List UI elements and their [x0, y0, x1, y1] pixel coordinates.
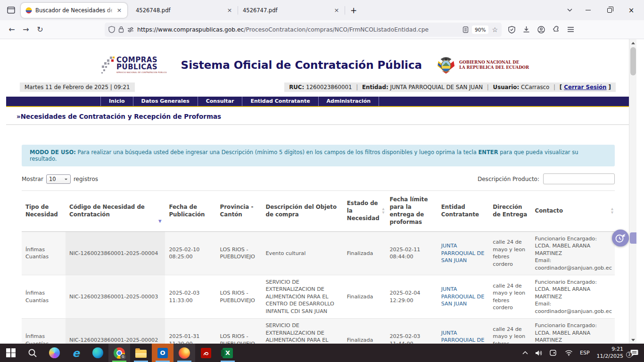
back-button[interactable]: ←	[5, 23, 19, 36]
usage-bold: MODO DE USO:	[30, 149, 76, 156]
system-tray: ESP 9:21 11/2/2025 3	[522, 344, 644, 362]
url-bar[interactable]: https://www.compraspublicas.gob.ec/Proce…	[105, 23, 502, 37]
tab-buscador[interactable]: Buscador de Necesidades de Co ×	[21, 3, 127, 18]
cell-fecha-publicacion: 2025-02-03 11:33:00	[165, 275, 216, 318]
reload-button[interactable]: ↻	[33, 23, 47, 36]
camera-icon	[550, 350, 558, 356]
cell-entidad: JUNTA PARROQUIAL DE SAN JUAN	[438, 231, 489, 275]
file-explorer-button[interactable]	[130, 344, 152, 362]
government-logo: GOBIERNO NACIONAL DE LA REPUBLICA DEL EC…	[436, 56, 529, 74]
scrollbar-thumb[interactable]	[630, 47, 636, 75]
cell-entidad: JUNTA PARROQUIAL DE SAN JUAN	[438, 319, 489, 344]
language-indicator[interactable]: ESP	[580, 350, 590, 356]
edge-button[interactable]	[87, 344, 108, 362]
scroll-down-arrow[interactable]	[629, 336, 636, 344]
descripcion-producto-input[interactable]	[543, 173, 615, 184]
internet-explorer-button[interactable]: e	[65, 344, 87, 362]
entidad-label: Entidad:	[362, 84, 388, 90]
cell-provincia: LOS RIOS - PUEBLOVIEJO	[216, 319, 262, 344]
entidad-link[interactable]: JUNTA PARROQUIAL DE SAN JUAN	[441, 330, 484, 344]
meet-now-button[interactable]	[550, 350, 558, 356]
forward-button[interactable]: →	[19, 23, 33, 36]
reader-mode-icon[interactable]	[462, 26, 469, 33]
notification-center-button[interactable]: 3	[630, 349, 638, 356]
logout-link[interactable]: Cerrar Sesión	[564, 84, 606, 90]
tab-close-icon[interactable]: ×	[115, 6, 124, 15]
menu-item-datos-generales[interactable]: Datos Generales	[133, 97, 198, 106]
col-contacto[interactable]: Contacto▲▼	[531, 191, 615, 232]
logo-line2: PÚBLICAS	[116, 64, 167, 71]
scroll-up-arrow[interactable]	[629, 39, 636, 47]
account-icon[interactable]	[537, 26, 545, 33]
col-descripcion[interactable]: Descripción del Objeto de compra	[262, 191, 343, 232]
firefox-view-button[interactable]	[4, 4, 18, 17]
col-direccion[interactable]: Dirección de Entrega	[489, 191, 531, 232]
zoom-level-chip[interactable]: 90%	[472, 25, 488, 34]
minimize-button[interactable]	[577, 0, 599, 20]
contacto-funcionario: Funcionario Encargado: LCDA. MABEL ARANA…	[535, 235, 611, 257]
menu-item-consultar[interactable]: Consultar	[198, 97, 243, 106]
lock-icon[interactable]	[118, 26, 124, 33]
download-icon[interactable]	[523, 26, 530, 33]
col-tipo[interactable]: Tipo de Necesidad	[22, 191, 66, 232]
chrome-button[interactable]: G	[108, 344, 130, 362]
tab-close-icon[interactable]: ×	[332, 6, 341, 15]
volume-button[interactable]	[535, 350, 543, 356]
tab-pdf-2[interactable]: 4526747.pdf ×	[238, 3, 345, 18]
restore-button[interactable]	[599, 0, 620, 20]
list-all-tabs-button[interactable]	[562, 4, 577, 17]
bookmark-star-icon[interactable]: ☆	[492, 26, 498, 33]
col-entidad[interactable]: Entidad Contratante	[438, 191, 489, 232]
windows-icon	[6, 348, 16, 358]
col-provincia[interactable]: Provincia - Cantón	[216, 191, 262, 232]
menu-item-inicio[interactable]: Inicio	[100, 97, 133, 106]
page-size-select[interactable]: 10	[46, 174, 71, 184]
col-fecha-limite[interactable]: Fecha límite para la entrega de proforma…	[386, 191, 437, 232]
cell-provincia: LOS RIOS - PUEBLOVIEJO	[216, 275, 262, 318]
session-info-chip: RUC: 1260023860001 | Entidad: JUNTA PARR…	[284, 82, 616, 92]
cell-contacto: Funcionario Encargado: LCDA. MABEL ARANA…	[531, 275, 615, 318]
cell-descripcion: SERVICIO DE EXTERNALIZACION DE ALIMENTAC…	[262, 275, 343, 318]
mostrar-label: Mostrar	[22, 176, 43, 182]
col-estado[interactable]: Estado de la Necesidad▲▼	[343, 191, 386, 232]
wifi-button[interactable]	[565, 350, 573, 356]
toolbar-right-icons	[508, 26, 574, 33]
menu-hamburger-icon[interactable]	[567, 26, 574, 33]
outlook-icon: O	[157, 348, 168, 358]
outlook-button[interactable]: O	[152, 344, 173, 362]
acrobat-button[interactable]	[195, 344, 217, 362]
close-window-button[interactable]: ×	[620, 0, 642, 20]
copilot-button[interactable]	[43, 344, 65, 362]
permissions-icon[interactable]	[127, 27, 134, 33]
acrobat-icon	[201, 348, 211, 358]
page-scrollbar[interactable]	[629, 39, 636, 344]
col-fecha-publicacion[interactable]: Fecha de Publicación	[165, 191, 216, 232]
usuario-label: Usuario:	[493, 84, 520, 90]
sort-both-icon: ▲▼	[382, 207, 384, 215]
entidad-link[interactable]: JUNTA PARROQUIAL DE SAN JUAN	[441, 286, 484, 307]
firefox-view-icon	[7, 7, 15, 14]
search-button[interactable]	[22, 344, 43, 362]
government-logo-text: GOBIERNO NACIONAL DE LA REPUBLICA DEL EC…	[459, 60, 529, 70]
cell-codigo: NIC-1260023860001-2025-00003	[66, 275, 165, 318]
excel-button[interactable]: X	[217, 344, 239, 362]
menu-item-entidad-contratante[interactable]: Entidad Contratante	[242, 97, 318, 106]
copilot-icon	[49, 347, 60, 358]
section-title: »Necesidades de Contratación y Recepción…	[6, 113, 630, 125]
tray-expand-button[interactable]	[522, 351, 528, 354]
col-codigo[interactable]: Código de Necesidad de Contratación▼	[66, 191, 165, 232]
logo-tagline: SERVICIO NACIONAL DE CONTRATACIÓN PÚBLIC…	[116, 72, 167, 74]
menu-item-administracion[interactable]: Administración	[319, 97, 380, 106]
tab-close-icon[interactable]: ×	[225, 6, 234, 15]
clock[interactable]: 9:21 11/2/2025	[597, 346, 623, 360]
cell-tipo: Ínfimas Cuantías	[22, 231, 66, 275]
start-button[interactable]	[0, 344, 22, 362]
tracking-shield-icon[interactable]	[108, 26, 115, 33]
new-tab-button[interactable]: +	[347, 4, 360, 17]
protections-shield-icon[interactable]	[508, 26, 515, 33]
firefox-button[interactable]	[173, 344, 195, 362]
screen-time-widget[interactable]	[612, 230, 629, 247]
entidad-link[interactable]: JUNTA PARROQUIAL DE SAN JUAN	[441, 243, 484, 263]
tab-pdf-1[interactable]: 4526748.pdf ×	[131, 3, 238, 18]
extensions-icon[interactable]	[553, 26, 560, 33]
